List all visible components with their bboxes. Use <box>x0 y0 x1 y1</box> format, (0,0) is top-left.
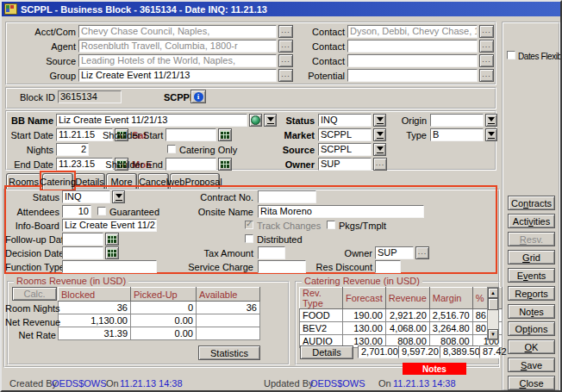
follow-up-date-field[interactable] <box>62 233 103 246</box>
grid-button[interactable]: Grid <box>508 250 555 264</box>
cell[interactable] <box>197 327 260 340</box>
bb-source-lov-button[interactable] <box>373 143 386 156</box>
table-row[interactable]: 36 0 36 <box>59 302 260 314</box>
close-button[interactable]: Close <box>508 376 555 390</box>
cell[interactable]: 0 <box>131 302 197 314</box>
origin-field[interactable] <box>430 114 484 127</box>
cell[interactable]: 3,264.80 <box>429 322 472 335</box>
status-field[interactable]: INQ <box>318 114 372 127</box>
title-bar[interactable]: SCPPL - Business Block - 3615134 - Date … <box>2 2 560 16</box>
onsite-name-field[interactable]: Rita Moreno <box>258 205 424 218</box>
cell[interactable]: 190.00 <box>343 309 386 322</box>
cell[interactable]: BEV2 <box>300 322 343 335</box>
cat-status-field[interactable]: INQ <box>62 190 110 203</box>
save-button[interactable]: Save <box>508 358 555 372</box>
chevron-down-icon <box>488 132 495 139</box>
cell[interactable]: 1,130.00 <box>59 314 131 327</box>
details-button[interactable]: Details <box>300 345 353 359</box>
source-field[interactable]: Leading Hotels of the World, Naples, <box>78 54 277 67</box>
cell[interactable]: 0.00 <box>131 314 197 327</box>
nights-field[interactable]: 2 <box>56 143 89 156</box>
cat-status-lov-button[interactable] <box>112 190 125 203</box>
contact1-lookup-button[interactable]: ... <box>479 25 494 38</box>
cell[interactable]: 36 <box>59 302 131 314</box>
agent-lookup-button[interactable]: ... <box>278 40 293 53</box>
shoulder-start-calendar-button[interactable] <box>218 128 232 141</box>
contact3-field[interactable] <box>347 54 478 67</box>
contact1-field[interactable]: Dyson, Debbi, Chevy Chase, 1800-123- <box>347 25 478 38</box>
col-header-rev-type: Rev. Type <box>300 288 343 309</box>
activities-button[interactable]: Activities <box>508 214 555 228</box>
options-button[interactable]: Options <box>508 321 555 336</box>
type-field[interactable]: B <box>430 128 484 141</box>
service-charge-field[interactable] <box>258 260 306 273</box>
attendees-field[interactable]: 10 <box>62 205 91 218</box>
dates-flexible-checkbox[interactable] <box>507 51 515 59</box>
tab-catering[interactable]: Catering <box>42 173 73 190</box>
reports-button[interactable]: Reports <box>508 286 555 301</box>
cell[interactable]: FOOD <box>300 309 343 322</box>
property-info-button[interactable]: i <box>190 90 206 103</box>
statistics-button[interactable]: Statistics <box>198 345 260 360</box>
acct-com-lookup-button[interactable]: ... <box>278 25 293 38</box>
cat-owner-field[interactable]: SUP <box>375 246 414 259</box>
contact3-lookup-button[interactable]: ... <box>479 54 494 67</box>
source-lookup-button[interactable]: ... <box>278 54 293 67</box>
res-discount-field[interactable] <box>375 260 401 273</box>
cell[interactable] <box>197 314 260 327</box>
follow-up-calendar-button[interactable] <box>105 233 119 246</box>
cell[interactable]: 36 <box>197 302 260 314</box>
cat-owner-lookup-button[interactable]: ... <box>415 246 429 259</box>
cell[interactable]: 130.00 <box>343 322 386 335</box>
decision-date-field[interactable] <box>62 246 103 259</box>
contract-no-field[interactable] <box>258 190 316 203</box>
contracts-button[interactable]: Contracts <box>508 196 555 210</box>
scrollbar-thumb[interactable] <box>488 298 498 310</box>
row-label-net-rate: Net Rate <box>5 330 56 341</box>
market-field[interactable]: SCPPL <box>318 128 372 141</box>
bb-source-field[interactable]: SCPPL <box>318 143 372 156</box>
table-row[interactable]: FOOD 190.00 2,921.20 2,516.70 86.15 <box>300 309 503 322</box>
bb-name-language-button[interactable] <box>249 114 262 127</box>
owner-field[interactable]: SUP <box>318 158 372 171</box>
function-type-field[interactable] <box>62 260 157 273</box>
cell[interactable]: 4,068.00 <box>385 322 429 335</box>
acct-com-field[interactable]: Chevy Chase Council, Naples, <box>78 25 277 38</box>
table-row[interactable]: 31.39 0.00 <box>59 327 260 340</box>
table-row[interactable]: 1,130.00 0.00 <box>59 314 260 327</box>
ok-button[interactable]: OK <box>508 339 555 354</box>
agent-field[interactable]: Rosenbluth Travell, Columbia, 1800-r <box>78 40 277 53</box>
events-button[interactable]: Events <box>508 268 555 283</box>
res-discount-label: Res Discount <box>308 262 372 273</box>
group-field[interactable]: Liz Create Event 11/21/13 <box>78 69 277 82</box>
contact2-lookup-button[interactable]: ... <box>479 40 494 53</box>
guaranteed-checkbox[interactable] <box>97 207 106 215</box>
shoulder-start-field[interactable] <box>165 128 216 141</box>
shoulder-end-calendar-button[interactable] <box>218 158 232 171</box>
updated-on-label: On <box>378 378 391 389</box>
decision-calendar-button[interactable] <box>105 246 119 259</box>
distributed-checkbox[interactable] <box>245 234 253 243</box>
origin-lov-button[interactable] <box>485 114 497 127</box>
shoulder-end-field[interactable] <box>165 158 216 171</box>
bb-name-field[interactable]: Liz Create Event 11/21/13 <box>56 114 247 127</box>
scroll-down-icon[interactable]: ▼ <box>488 329 498 339</box>
cell[interactable]: 2,921.20 <box>385 309 429 322</box>
cell[interactable]: 0.00 <box>131 327 197 340</box>
table-row[interactable]: BEV2 130.00 4,068.00 3,264.80 80.26 <box>300 322 503 335</box>
notes-button[interactable]: Notes <box>508 304 555 319</box>
contact2-field[interactable] <box>347 40 478 53</box>
tax-amount-field[interactable] <box>258 246 285 259</box>
cell[interactable]: 31.39 <box>59 327 131 340</box>
type-lov-button[interactable] <box>485 128 497 141</box>
potential-lookup-button[interactable]: ... <box>479 69 494 82</box>
catering-revenue-scrollbar[interactable]: ▲ ▼ <box>487 287 499 340</box>
catering-only-checkbox[interactable] <box>167 145 176 153</box>
info-board-field[interactable]: Liz Create Event 11/21/13 <box>62 219 157 232</box>
group-lookup-button[interactable]: ... <box>278 69 293 82</box>
pkgs-tmplt-checkbox[interactable] <box>327 221 335 229</box>
scroll-up-icon[interactable]: ▲ <box>488 288 498 298</box>
cell[interactable]: 2,516.70 <box>429 309 472 322</box>
potential-field[interactable] <box>347 69 478 82</box>
owner-lookup-button[interactable]: ... <box>373 158 387 171</box>
